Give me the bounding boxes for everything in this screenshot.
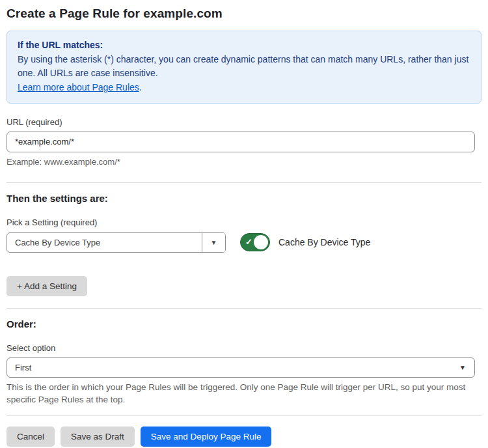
order-description: This is the order in which your Page Rul… (7, 381, 478, 406)
pick-setting-label: Pick a Setting (required) (7, 217, 481, 227)
setting-row: Cache By Device Type ▼ ✓ Cache By Device… (7, 232, 481, 253)
divider (7, 415, 481, 416)
cache-by-device-type-toggle[interactable]: ✓ (240, 233, 270, 251)
settings-heading: Then the settings are: (7, 193, 481, 204)
chevron-down-icon: ▼ (459, 364, 466, 371)
order-heading: Order: (7, 318, 481, 329)
add-setting-button[interactable]: + Add a Setting (7, 276, 87, 296)
order-select-label: Select option (7, 343, 481, 353)
save-as-draft-button[interactable]: Save as Draft (61, 427, 135, 447)
info-box-body: By using the asterisk (*) character, you… (18, 53, 470, 81)
page-title: Create a Page Rule for example.com (7, 5, 481, 21)
check-icon: ✓ (245, 238, 252, 246)
order-select-value: First (15, 363, 31, 372)
order-select[interactable]: First ▼ (7, 357, 475, 378)
action-bar: Cancel Save as Draft Save and Deploy Pag… (7, 427, 481, 447)
chevron-down-icon: ▼ (211, 239, 217, 246)
create-page-rule-panel: Create a Page Rule for example.com If th… (0, 0, 488, 447)
toggle-label: Cache By Device Type (278, 237, 370, 247)
divider (7, 308, 481, 309)
link-period: . (139, 82, 142, 92)
divider (7, 182, 481, 183)
url-example-text: Example: www.example.com/* (7, 157, 481, 167)
learn-more-link[interactable]: Learn more about Page Rules (18, 82, 139, 92)
url-input[interactable] (7, 132, 475, 152)
setting-select-value: Cache By Device Type (7, 233, 202, 252)
save-and-deploy-button[interactable]: Save and Deploy Page Rule (141, 427, 272, 447)
setting-select[interactable]: Cache By Device Type ▼ (7, 232, 226, 253)
setting-select-arrow-button[interactable]: ▼ (202, 233, 225, 252)
info-box-link-line: Learn more about Page Rules. (18, 81, 470, 95)
toggle-knob (254, 235, 268, 249)
cancel-button[interactable]: Cancel (7, 427, 55, 447)
url-label: URL (required) (7, 117, 481, 127)
info-box-heading: If the URL matches: (18, 38, 470, 53)
url-match-info-box: If the URL matches: By using the asteris… (7, 31, 481, 104)
